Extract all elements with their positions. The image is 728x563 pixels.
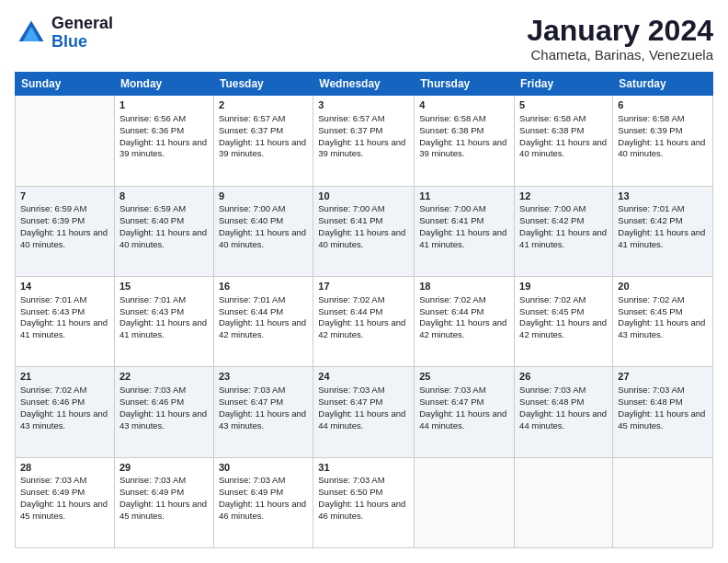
- sunset-text: Sunset: 6:46 PM: [20, 396, 85, 407]
- sunrise-text: Sunrise: 7:03 AM: [318, 475, 384, 485]
- sunset-text: Sunset: 6:40 PM: [219, 215, 283, 225]
- sunrise-text: Sunrise: 6:59 AM: [20, 203, 86, 213]
- sunrise-text: Sunrise: 6:56 AM: [119, 113, 186, 123]
- day-number: 12: [519, 190, 608, 203]
- logo-line2: Blue: [51, 33, 113, 52]
- logo-icon: [15, 17, 48, 50]
- day-number: 28: [20, 461, 109, 475]
- calendar-cell: 9Sunrise: 7:00 AMSunset: 6:40 PMDaylight…: [213, 186, 313, 276]
- calendar-cell: 3Sunrise: 6:57 AMSunset: 6:37 PMDaylight…: [313, 96, 415, 186]
- daylight-text: Daylight: 11 hours and 41 minutes.: [519, 227, 607, 249]
- day-number: 2: [219, 98, 308, 112]
- daylight-text: Daylight: 11 hours and 44 minutes.: [419, 408, 506, 431]
- daylight-text: Daylight: 11 hours and 42 minutes.: [318, 317, 405, 339]
- sunrise-text: Sunrise: 7:01 AM: [119, 294, 186, 304]
- daylight-text: Daylight: 11 hours and 43 minutes.: [618, 317, 705, 339]
- month-title: January 2024: [527, 15, 713, 47]
- calendar-cell: 11Sunrise: 7:00 AMSunset: 6:41 PMDayligh…: [415, 186, 515, 276]
- day-number: 11: [419, 190, 509, 203]
- sunrise-text: Sunrise: 7:02 AM: [419, 294, 485, 304]
- sunrise-text: Sunrise: 7:03 AM: [519, 385, 586, 395]
- sunrise-text: Sunrise: 7:02 AM: [618, 294, 684, 304]
- sunrise-text: Sunrise: 6:58 AM: [618, 113, 684, 123]
- sunrise-text: Sunrise: 7:00 AM: [519, 203, 586, 213]
- day-number: 20: [618, 280, 708, 293]
- calendar-week-row: 21Sunrise: 7:02 AMSunset: 6:46 PMDayligh…: [16, 367, 713, 457]
- calendar-cell: 14Sunrise: 7:01 AMSunset: 6:43 PMDayligh…: [16, 276, 115, 366]
- calendar-cell: [415, 457, 515, 547]
- sunrise-text: Sunrise: 7:01 AM: [618, 203, 684, 213]
- header: General Blue January 2024 Chameta, Barin…: [15, 15, 713, 63]
- logo-text: General Blue: [51, 15, 113, 52]
- sunset-text: Sunset: 6:48 PM: [618, 396, 682, 407]
- logo-line1: General: [51, 15, 113, 33]
- sunset-text: Sunset: 6:37 PM: [318, 125, 382, 135]
- daylight-text: Daylight: 11 hours and 44 minutes.: [318, 408, 405, 431]
- sunset-text: Sunset: 6:49 PM: [119, 487, 184, 497]
- sunrise-text: Sunrise: 7:03 AM: [618, 385, 684, 395]
- col-header-friday: Friday: [515, 73, 613, 96]
- day-number: 14: [20, 280, 109, 293]
- title-area: January 2024 Chameta, Barinas, Venezuela: [527, 15, 713, 63]
- sunset-text: Sunset: 6:46 PM: [119, 396, 184, 407]
- calendar-cell: [16, 96, 115, 186]
- sunrise-text: Sunrise: 6:59 AM: [119, 203, 186, 213]
- sunset-text: Sunset: 6:48 PM: [519, 396, 584, 407]
- day-number: 3: [318, 98, 409, 112]
- daylight-text: Daylight: 11 hours and 45 minutes.: [20, 499, 108, 521]
- daylight-text: Daylight: 11 hours and 43 minutes.: [219, 408, 306, 431]
- sunset-text: Sunset: 6:38 PM: [519, 125, 584, 135]
- sunrise-text: Sunrise: 7:00 AM: [419, 203, 485, 213]
- sunset-text: Sunset: 6:50 PM: [318, 487, 382, 497]
- day-number: 6: [618, 98, 708, 112]
- sunset-text: Sunset: 6:47 PM: [219, 396, 283, 407]
- day-number: 7: [20, 190, 109, 203]
- logo: General Blue: [15, 15, 113, 52]
- day-number: 24: [318, 370, 409, 384]
- sunrise-text: Sunrise: 7:00 AM: [318, 203, 384, 213]
- daylight-text: Daylight: 11 hours and 40 minutes.: [119, 227, 207, 249]
- sunset-text: Sunset: 6:42 PM: [618, 215, 682, 225]
- calendar-cell: 8Sunrise: 6:59 AMSunset: 6:40 PMDaylight…: [114, 186, 213, 276]
- sunrise-text: Sunrise: 7:01 AM: [219, 294, 285, 304]
- daylight-text: Daylight: 11 hours and 46 minutes.: [318, 499, 405, 521]
- daylight-text: Daylight: 11 hours and 46 minutes.: [219, 499, 306, 521]
- daylight-text: Daylight: 11 hours and 39 minutes.: [219, 137, 306, 159]
- day-number: 29: [119, 461, 209, 475]
- calendar-cell: [515, 457, 613, 547]
- sunset-text: Sunset: 6:39 PM: [20, 215, 85, 225]
- calendar-week-row: 14Sunrise: 7:01 AMSunset: 6:43 PMDayligh…: [16, 276, 713, 366]
- sunset-text: Sunset: 6:41 PM: [419, 215, 483, 225]
- day-number: 26: [519, 370, 608, 384]
- calendar-table: SundayMondayTuesdayWednesdayThursdayFrid…: [15, 72, 713, 548]
- day-number: 13: [618, 190, 708, 203]
- calendar-header-row: SundayMondayTuesdayWednesdayThursdayFrid…: [16, 73, 713, 96]
- location-subtitle: Chameta, Barinas, Venezuela: [527, 47, 713, 63]
- sunset-text: Sunset: 6:49 PM: [219, 487, 283, 497]
- sunrise-text: Sunrise: 7:03 AM: [419, 385, 485, 395]
- sunset-text: Sunset: 6:41 PM: [318, 215, 382, 225]
- sunset-text: Sunset: 6:45 PM: [618, 306, 682, 316]
- calendar-cell: 2Sunrise: 6:57 AMSunset: 6:37 PMDaylight…: [213, 96, 313, 186]
- day-number: 21: [20, 370, 109, 384]
- daylight-text: Daylight: 11 hours and 42 minutes.: [419, 317, 506, 339]
- calendar-cell: 4Sunrise: 6:58 AMSunset: 6:38 PMDaylight…: [415, 96, 515, 186]
- sunrise-text: Sunrise: 6:57 AM: [219, 113, 285, 123]
- col-header-monday: Monday: [114, 73, 213, 96]
- sunset-text: Sunset: 6:43 PM: [119, 306, 184, 316]
- day-number: 31: [318, 461, 409, 475]
- sunset-text: Sunset: 6:47 PM: [419, 396, 483, 407]
- sunset-text: Sunset: 6:42 PM: [519, 215, 584, 225]
- sunrise-text: Sunrise: 7:00 AM: [219, 203, 285, 213]
- col-header-thursday: Thursday: [415, 73, 515, 96]
- sunrise-text: Sunrise: 7:03 AM: [219, 475, 285, 485]
- sunset-text: Sunset: 6:37 PM: [219, 125, 283, 135]
- sunset-text: Sunset: 6:39 PM: [618, 125, 682, 135]
- col-header-tuesday: Tuesday: [213, 73, 313, 96]
- calendar-cell: 27Sunrise: 7:03 AMSunset: 6:48 PMDayligh…: [613, 367, 713, 457]
- calendar-cell: 17Sunrise: 7:02 AMSunset: 6:44 PMDayligh…: [313, 276, 415, 366]
- sunset-text: Sunset: 6:40 PM: [119, 215, 184, 225]
- col-header-sunday: Sunday: [16, 73, 115, 96]
- sunrise-text: Sunrise: 6:58 AM: [419, 113, 485, 123]
- sunset-text: Sunset: 6:44 PM: [318, 306, 382, 316]
